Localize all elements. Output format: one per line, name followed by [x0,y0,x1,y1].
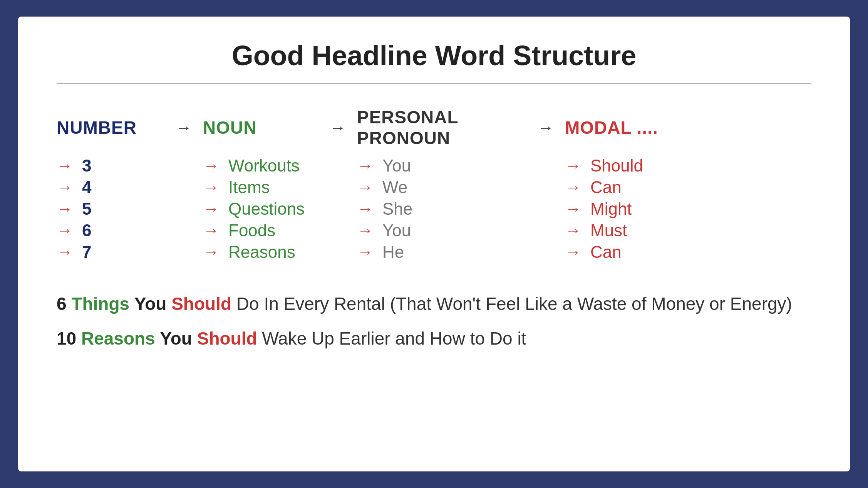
table-row: → 7 → Reasons → He → Can [57,242,811,262]
cell-number-1: → 4 [57,178,164,197]
cell-modal-1: → Can [565,178,688,197]
cell-modal-4: → Can [565,242,688,262]
cell-noun-2: → Questions [203,199,318,219]
ex-pronoun-1: You [160,328,192,348]
row-arrow-2a: → [57,200,73,218]
ex-modal-1: Should [197,328,257,348]
data-rows: → 3 → Workouts → You → Should [57,156,811,262]
cell-noun-1: → Items [203,178,318,197]
slide: Good Headline Word Structure NUMBER → NO… [18,17,850,471]
cell-pronoun-4: → He [357,242,526,262]
ex-noun-0: Things [71,294,129,314]
row-arrow-1b: → [203,178,219,197]
cell-noun-4: → Reasons [203,242,318,262]
table-row: → 5 → Questions → She → Might [57,199,811,219]
row-arrow-4b: → [203,243,219,261]
row-arrow-0d: → [565,156,581,175]
examples-section: 6 Things You Should Do In Every Rental (… [57,293,811,350]
row-arrow-3c: → [357,221,373,240]
row-arrow-0c: → [357,156,373,175]
table-row: → 4 → Items → We → Can [57,178,811,197]
title-divider [57,83,811,84]
example-line-1: 10 Reasons You Should Wake Up Earlier an… [57,327,811,350]
row-arrow-3b: → [203,221,219,240]
row-arrow-4a: → [57,243,73,261]
cell-number-4: → 7 [57,242,164,262]
cell-noun-3: → Foods [203,221,318,240]
header-number: NUMBER [57,118,137,138]
header-arrow-1: → [176,119,192,136]
example-line-0: 6 Things You Should Do In Every Rental (… [57,293,811,316]
ex-rest-1: Wake Up Earlier and How to Do it [262,328,526,348]
row-arrow-4d: → [565,243,581,261]
slide-title: Good Headline Word Structure [57,40,811,71]
row-arrow-1a: → [57,178,73,197]
row-arrow-3d: → [565,221,581,240]
ex-number-0: 6 [57,294,67,314]
row-arrow-2c: → [357,200,373,218]
ex-number-1: 10 [57,328,76,348]
ex-pronoun-0: You [134,294,166,314]
cell-number-0: → 3 [57,156,164,175]
cell-modal-3: → Must [565,221,688,240]
header-arrow-2: → [330,119,346,136]
row-arrow-2b: → [203,200,219,218]
row-arrow-3a: → [57,221,73,240]
cell-modal-0: → Should [565,156,688,175]
row-arrow-1c: → [357,178,373,197]
header-noun: NOUN [203,118,256,138]
header-modal: MODAL .... [565,118,658,138]
row-arrow-0a: → [57,156,73,175]
cell-number-3: → 6 [57,221,164,240]
header-arrow-3: → [538,119,554,136]
table-row: → 6 → Foods → You → Must [57,221,811,240]
row-arrow-2d: → [565,200,581,218]
ex-modal-0: Should [171,294,231,314]
cell-pronoun-2: → She [357,199,526,219]
row-arrow-4c: → [357,243,373,261]
row-arrow-0b: → [203,156,219,175]
ex-rest-0: Do In Every Rental (That Won't Feel Like… [236,294,792,314]
cell-pronoun-0: → You [357,156,526,175]
ex-noun-1: Reasons [81,328,155,348]
cell-noun-0: → Workouts [203,156,318,175]
row-arrow-1d: → [565,178,581,197]
table-row: → 3 → Workouts → You → Should [57,156,811,175]
header-pronoun: PERSONAL PRONOUN [357,107,458,148]
cell-number-2: → 5 [57,199,164,219]
structure-section: NUMBER → NOUN → PERSONAL PRONOUN → MODAL… [57,107,811,262]
header-row: NUMBER → NOUN → PERSONAL PRONOUN → MODAL… [57,107,811,148]
cell-pronoun-1: → We [357,178,526,197]
cell-pronoun-3: → You [357,221,526,240]
cell-modal-2: → Might [565,199,688,219]
